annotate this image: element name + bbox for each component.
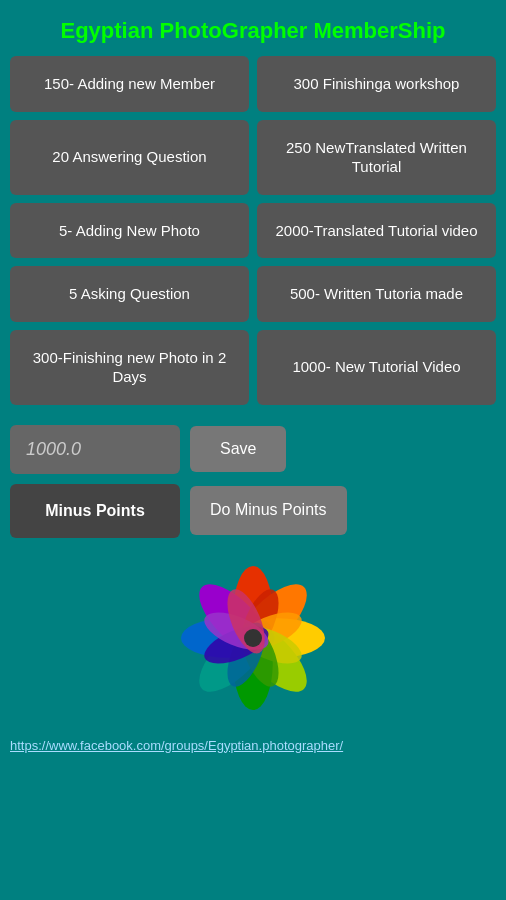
minus-row: Minus Points Do Minus Points	[10, 484, 496, 538]
btn-new-tutorial-video[interactable]: 1000- New Tutorial Video	[257, 330, 496, 405]
btn-new-tutorial[interactable]: 250 NewTranslated Written Tutorial	[257, 120, 496, 195]
do-minus-button[interactable]: Do Minus Points	[190, 486, 347, 535]
btn-finish-photo[interactable]: 300-Finishing new Photo in 2 Days	[10, 330, 249, 405]
save-button[interactable]: Save	[190, 426, 286, 472]
btn-finish-workshop[interactable]: 300 Finishinga workshop	[257, 56, 496, 112]
btn-written-tutorial[interactable]: 500- Written Tutoria made	[257, 266, 496, 322]
bottom-section: Save Minus Points Do Minus Points	[0, 405, 506, 538]
btn-answer-question[interactable]: 20 Answering Question	[10, 120, 249, 195]
btn-ask-question[interactable]: 5 Asking Question	[10, 266, 249, 322]
flower-decoration	[0, 548, 506, 728]
btn-translated-video[interactable]: 2000-Translated Tutorial video	[257, 203, 496, 259]
action-grid: 150- Adding new Member300 Finishinga wor…	[0, 56, 506, 405]
btn-add-photo[interactable]: 5- Adding New Photo	[10, 203, 249, 259]
svg-point-16	[244, 629, 262, 647]
btn-add-member[interactable]: 150- Adding new Member	[10, 56, 249, 112]
footer-link[interactable]: https://www.facebook.com/groups/Egyptian…	[0, 728, 506, 756]
points-input[interactable]	[10, 425, 180, 474]
minus-points-label: Minus Points	[10, 484, 180, 538]
points-row: Save	[10, 425, 496, 474]
app-title: Egyptian PhotoGrapher MemberShip	[0, 0, 506, 56]
